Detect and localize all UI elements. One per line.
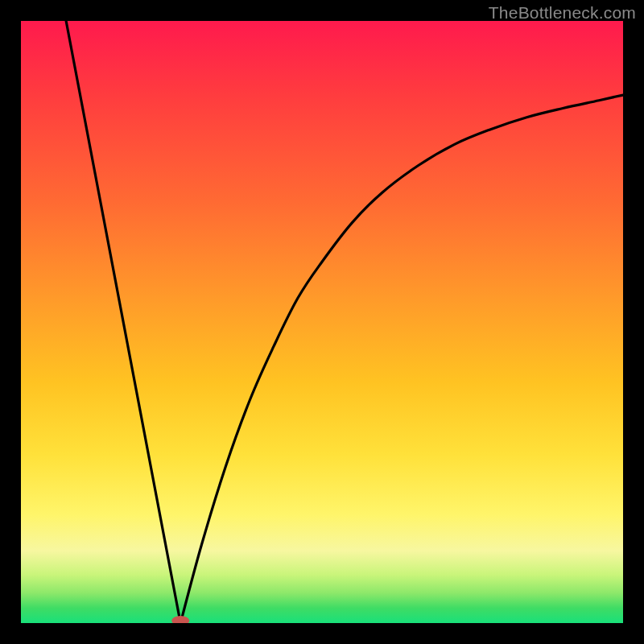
optimum-marker — [171, 616, 189, 623]
plot-area — [21, 21, 623, 623]
chart-frame: TheBottleneck.com — [0, 0, 644, 644]
curve-layer — [21, 21, 623, 623]
bottleneck-curve — [66, 21, 623, 623]
watermark-text: TheBottleneck.com — [489, 3, 636, 23]
